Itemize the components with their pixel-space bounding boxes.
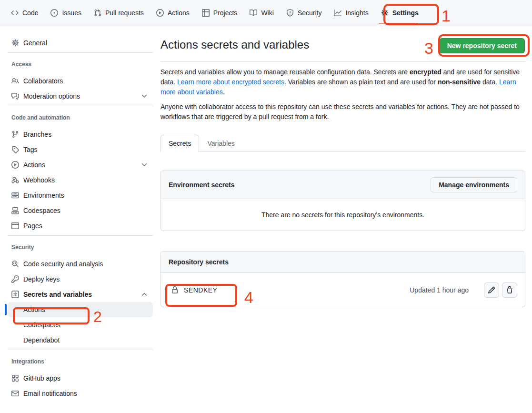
sidebar-item-tags[interactable]: Tags	[8, 142, 153, 157]
tab-wiki[interactable]: Wiki	[243, 0, 280, 26]
table-icon	[202, 9, 210, 17]
environment-secrets-empty-message: There are no secrets for this repository…	[161, 199, 525, 231]
sidebar-item-label: Webhooks	[23, 176, 55, 184]
secret-name: SENDKEY	[169, 286, 217, 294]
chevron-down-icon	[141, 161, 148, 169]
sidebar-subitem-dependabot[interactable]: Dependabot	[8, 332, 153, 348]
shield-icon	[286, 9, 294, 17]
tab-security[interactable]: Security	[280, 0, 328, 26]
tab-code[interactable]: Code	[5, 0, 44, 26]
sidebar-item-moderation-options[interactable]: Moderation options	[8, 89, 153, 104]
sidebar-item-label: Actions	[23, 161, 45, 169]
description-bold-encrypted: encrypted	[410, 68, 442, 76]
description-text: Secrets and variables allow you to manag…	[161, 68, 410, 76]
git-pull-request-icon	[94, 9, 101, 17]
chevron-up-icon	[141, 291, 148, 298]
tab-projects[interactable]: Projects	[196, 0, 244, 26]
chevron-down-icon	[141, 92, 148, 100]
sidebar-item-code-security[interactable]: Code security and analysis	[8, 256, 153, 272]
tab-label: Actions	[168, 9, 190, 17]
sidebar-section-integrations: Integrations	[8, 350, 153, 371]
sidebar-item-label: Code security and analysis	[23, 260, 103, 268]
description-text: data.	[481, 78, 499, 86]
sidebar-item-label: Branches	[23, 131, 51, 138]
sidebar-item-label: Tags	[23, 146, 38, 153]
sidebar-section-access: Access	[8, 53, 153, 73]
sidebar-item-github-apps[interactable]: GitHub apps	[8, 371, 153, 386]
comment-discussion-icon	[11, 92, 19, 100]
secrets-variables-tabnav: Secrets Variables	[161, 135, 525, 152]
secret-name-label: SENDKEY	[184, 286, 217, 294]
key-icon	[11, 275, 19, 283]
sidebar-item-deploy-keys[interactable]: Deploy keys	[8, 272, 153, 287]
play-icon	[156, 9, 164, 17]
tab-variables[interactable]: Variables	[199, 135, 242, 152]
tab-issues[interactable]: Issues	[44, 0, 87, 26]
sidebar-item-label: Dependabot	[23, 336, 60, 344]
code-scan-icon	[11, 260, 19, 268]
sidebar-item-label: Actions	[23, 306, 45, 313]
sidebar-item-label: Codespaces	[23, 207, 60, 214]
tag-icon	[11, 146, 19, 153]
tab-label: Issues	[62, 9, 81, 17]
key-asterisk-icon	[11, 291, 19, 298]
main-content: Actions secrets and variables New reposi…	[161, 27, 525, 307]
sidebar-item-environments[interactable]: Environments	[8, 188, 153, 203]
tab-secrets[interactable]: Secrets	[161, 135, 199, 152]
environment-secrets-header: Environment secrets Manage environments	[161, 171, 525, 199]
tab-label: Projects	[213, 9, 238, 17]
manage-environments-button[interactable]: Manage environments	[431, 177, 517, 192]
sidebar-item-secrets-and-variables[interactable]: Secrets and variables	[8, 287, 153, 302]
tab-label: Code	[22, 9, 38, 17]
sidebar-item-label: Secrets and variables	[23, 291, 92, 298]
secret-row: SENDKEY Updated 1 hour ago	[161, 273, 525, 307]
book-icon	[250, 9, 257, 17]
secret-updated-timestamp: Updated 1 hour ago	[410, 286, 469, 294]
sidebar-item-label: GitHub apps	[23, 374, 60, 382]
sidebar-item-label: Pages	[23, 222, 42, 230]
sidebar-item-label: Environments	[23, 191, 64, 199]
tab-settings[interactable]: Settings	[375, 0, 425, 26]
environment-secrets-panel: Environment secrets Manage environments …	[161, 171, 525, 231]
tab-label: Security	[298, 9, 322, 17]
delete-secret-button[interactable]	[502, 282, 517, 298]
code-icon	[11, 9, 19, 17]
sidebar-subitem-actions[interactable]: Actions	[8, 302, 153, 317]
learn-more-encrypted-secrets-link[interactable]: Learn more about encrypted secrets	[177, 78, 284, 86]
browser-icon	[11, 222, 19, 230]
edit-secret-button[interactable]	[484, 282, 499, 298]
tab-insights[interactable]: Insights	[328, 0, 374, 26]
sidebar-item-codespaces[interactable]: Codespaces	[8, 203, 153, 218]
secret-row-actions	[484, 282, 517, 298]
repository-secrets-panel: Repository secrets SENDKEY Updated 1 hou…	[161, 251, 525, 307]
active-tab-underline	[379, 23, 418, 24]
sidebar-item-branches[interactable]: Branches	[8, 127, 153, 142]
tab-label: Settings	[392, 9, 419, 17]
sidebar-item-label: Codespaces	[23, 321, 60, 329]
sidebar-subitem-codespaces[interactable]: Codespaces	[8, 317, 153, 332]
description-text: . Variables are shown as plain text and …	[284, 78, 438, 86]
description-bold-non-sensitive: non-sensitive	[438, 78, 481, 86]
description-text: .	[223, 88, 225, 96]
gear-icon	[381, 9, 389, 17]
settings-sidebar: General Access Collaborators Moderation …	[0, 27, 161, 401]
sidebar-item-webhooks[interactable]: Webhooks	[8, 172, 153, 188]
sidebar-item-label: Moderation options	[23, 92, 80, 100]
play-icon	[11, 161, 19, 169]
sidebar-item-label: Collaborators	[23, 77, 63, 85]
sidebar-item-collaborators[interactable]: Collaborators	[8, 73, 153, 89]
server-icon	[11, 191, 19, 199]
new-repository-secret-button[interactable]: New repository secret	[439, 38, 525, 53]
sidebar-item-email-notifications[interactable]: Email notifications	[8, 386, 153, 401]
codespaces-icon	[11, 207, 19, 214]
sidebar-item-label: Email notifications	[23, 390, 77, 397]
repo-tab-nav: Code Issues Pull requests Actions Projec…	[0, 0, 532, 26]
tab-actions[interactable]: Actions	[150, 0, 196, 26]
github-repo-settings-page: Code Issues Pull requests Actions Projec…	[0, 0, 532, 413]
sidebar-item-pages[interactable]: Pages	[8, 218, 153, 233]
sidebar-item-actions[interactable]: Actions	[8, 157, 153, 172]
tab-pull-requests[interactable]: Pull requests	[88, 0, 150, 26]
sidebar-item-general[interactable]: General	[8, 35, 153, 50]
sidebar-section-code-automation: Code and automation	[8, 106, 153, 127]
sidebar-item-label: Deploy keys	[23, 275, 60, 283]
